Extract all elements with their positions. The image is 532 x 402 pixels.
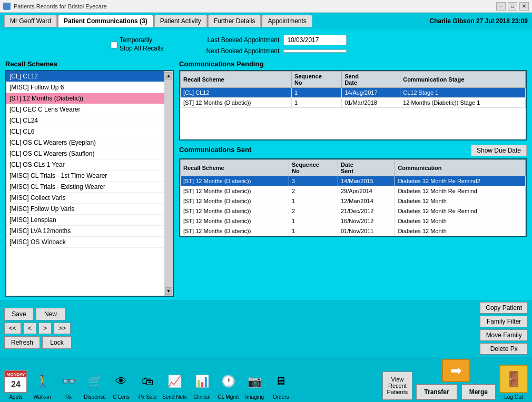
recall-list-item[interactable]: [MISC] Collect Varis: [6, 193, 164, 204]
icon-clinical[interactable]: 📊 Clinical: [190, 370, 213, 400]
copy-patient-button[interactable]: Copy Patient: [480, 302, 528, 314]
sent-comm: Diabetes 12 Month: [395, 216, 526, 226]
sent-table-row[interactable]: [ST] 12 Months (Diabetic)) 1 12/Mar/2014…: [181, 196, 526, 206]
stop-recalls-label2: Stop All Recalls: [120, 45, 163, 53]
recall-list-container: [CL] CL12[MISC] Follow Up 6[ST] 12 Month…: [5, 70, 174, 297]
recall-list-item[interactable]: [CL] CL12: [6, 71, 164, 82]
scroll-down-button[interactable]: ▼: [165, 287, 172, 295]
sent-table-row[interactable]: [ST] 12 Months (Diabetic)) 1 01/Nov/2011…: [181, 226, 526, 236]
pending-table-row[interactable]: [ST] 12 Months (Diabetic)) 1 01/Mar/2018…: [181, 98, 526, 108]
recall-list-item[interactable]: [CL] CL24: [6, 115, 164, 126]
icon-rx[interactable]: 👓 Rx: [57, 370, 80, 400]
recall-list-item[interactable]: [MISC] CL Trials - Existing Wearer: [6, 182, 164, 193]
icon-dispense[interactable]: 🛒 Dispense: [83, 370, 106, 400]
show-due-date-button[interactable]: Show Due Date: [471, 145, 527, 156]
pending-date: 01/Mar/2018: [342, 98, 400, 108]
icon-sendnote[interactable]: 📈 Send Note: [162, 370, 187, 400]
icon-walkin[interactable]: 🚶 Walk-in: [31, 370, 54, 400]
clinical-icon: 📊: [190, 370, 213, 393]
nav-prev-button[interactable]: <: [23, 323, 36, 334]
pending-date: 14/Aug/2017: [342, 88, 400, 98]
sent-table-row[interactable]: [ST] 12 Months (Diabetic)) 3 14/Mar/2015…: [181, 176, 526, 186]
comm-pending-table-container: Recall Scheme SequenceNo SendDate Commun…: [179, 70, 527, 140]
recall-list-item[interactable]: [MISC] CL Trials - 1st Time Wearer: [6, 170, 164, 182]
tab-bar: Mr Geoff Ward Patient Communications (3)…: [4, 15, 312, 27]
pending-stage: CL12 Stage 1: [400, 88, 526, 98]
sent-table-row[interactable]: [ST] 12 Months (Diabetic)) 2 29/Apr/2014…: [181, 186, 526, 196]
next-booked-value: [283, 49, 347, 53]
scroll-up-button[interactable]: ▲: [165, 72, 172, 79]
icon-orders[interactable]: 🖥 Orders: [269, 370, 292, 400]
nav-next-button[interactable]: >: [38, 323, 52, 334]
close-button[interactable]: ✕: [519, 2, 529, 11]
comm-sent-title: Communications Sent: [179, 146, 251, 154]
recall-list-item[interactable]: [MISC] OS Winback: [6, 237, 164, 248]
icon-toolbar: MONDAY 24 Appts 🚶 Walk-in 👓 Rx 🛒 Dispens…: [0, 357, 532, 402]
sent-table-row[interactable]: [ST] 12 Months (Diabetic)) 1 16/Nov/2012…: [181, 216, 526, 226]
tab-appointments[interactable]: Appointments: [262, 15, 312, 27]
main-container: Mr Geoff Ward Patient Communications (3)…: [0, 13, 532, 402]
recall-controls: Temporarily Stop All Recalls Last Booked…: [5, 33, 527, 57]
nav-first-button[interactable]: <<: [4, 323, 21, 334]
pending-seq: 1: [291, 98, 341, 108]
maximize-button[interactable]: □: [508, 2, 517, 11]
minimize-button[interactable]: ─: [496, 2, 506, 11]
comm-pending-table: Recall Scheme SequenceNo SendDate Commun…: [180, 71, 526, 108]
move-family-button[interactable]: Move Family: [480, 329, 528, 341]
sent-date: 29/Apr/2014: [338, 186, 395, 196]
stop-recalls-checkbox[interactable]: [111, 42, 117, 48]
recall-list-item[interactable]: [CL] CL6: [6, 126, 164, 137]
right-panel: Communications Pending Recall Scheme Seq…: [179, 60, 527, 297]
refresh-button[interactable]: Refresh: [4, 336, 40, 349]
icon-imaging[interactable]: 📷 Imaging: [243, 370, 266, 400]
tab-patient[interactable]: Mr Geoff Ward: [4, 15, 57, 27]
pending-table-row[interactable]: [CL] CL12 1 14/Aug/2017 CL12 Stage 1: [181, 88, 526, 98]
recall-list-item[interactable]: [CL] OS CL Wearers (Sauflon): [6, 148, 164, 159]
title-bar-title: Patients Records for Bristol Eyecare: [14, 3, 107, 9]
recall-list-item[interactable]: [CL] OS CLs 1 Year: [6, 159, 164, 170]
family-filter-button[interactable]: Family Filter: [480, 316, 528, 327]
recall-list-item[interactable]: [CL] OS CL Wearers (Eyeplan): [6, 137, 164, 148]
sent-table-row[interactable]: [ST] 12 Months (Diabetic)) 2 21/Dec/2012…: [181, 206, 526, 216]
transfer-button[interactable]: Transfer: [416, 384, 457, 400]
icon-pxsale[interactable]: 🛍 Px Sale: [136, 370, 159, 400]
nav-last-button[interactable]: >>: [54, 323, 71, 334]
logout-label: Log Out: [504, 394, 523, 400]
comm-sent-table: Recall Scheme SequenceNo DateSent Commun…: [180, 159, 526, 236]
imaging-label: Imaging: [245, 394, 264, 400]
icon-appts[interactable]: MONDAY 24 Appts: [4, 370, 27, 400]
icon-clmgmt[interactable]: 🕐 CL Mgmt: [216, 370, 240, 400]
cal-header: MONDAY: [5, 371, 26, 377]
last-booked-value: 10/03/2017: [283, 35, 347, 45]
tab-further[interactable]: Further Details: [208, 15, 261, 27]
transfer-arrow-icon: ➡: [442, 359, 470, 382]
recall-list-item[interactable]: [CL] CEC C Lens Wearer: [6, 104, 164, 115]
view-recent-button[interactable]: View Recent Patients: [382, 371, 413, 400]
tab-activity[interactable]: Patient Activity: [154, 15, 207, 27]
recall-list-item[interactable]: [MISC] LVA 12months: [6, 226, 164, 237]
sent-scheme: [ST] 12 Months (Diabetic)): [181, 186, 289, 196]
recall-list-item[interactable]: [MISC] Lensplan: [6, 215, 164, 226]
new-button[interactable]: New: [36, 308, 65, 320]
merge-button[interactable]: Merge: [461, 384, 496, 400]
recall-list-item[interactable]: [MISC] Follow Up 6: [6, 82, 164, 93]
save-button[interactable]: Save: [4, 308, 34, 320]
title-bar: Patients Records for Bristol Eyecare ─ □…: [0, 0, 532, 13]
recall-list-item[interactable]: [ST] 12 Months (Diabetic)): [6, 93, 164, 104]
dispense-icon: 🛒: [83, 370, 106, 393]
user-info: Charlie Gibson 27 Jul 2018 23:09: [429, 17, 528, 25]
sent-scheme: [ST] 12 Months (Diabetic)): [181, 226, 289, 236]
delete-px-button[interactable]: Delete Px: [480, 343, 528, 355]
sent-seq: 1: [289, 226, 338, 236]
col-comm-stage: Communication Stage: [400, 72, 526, 88]
imaging-icon: 📷: [243, 370, 266, 393]
lock-button[interactable]: Lock: [42, 336, 72, 349]
icon-logout[interactable]: 🚪 Log Out: [499, 365, 528, 400]
comm-pending-section: Communications Pending Recall Scheme Seq…: [179, 60, 527, 140]
stop-recalls-label1: Temporarily: [120, 36, 163, 45]
clmgmt-label: CL Mgmt: [218, 394, 239, 400]
tab-communications[interactable]: Patient Communications (3): [58, 15, 153, 27]
sent-seq: 1: [289, 216, 338, 226]
icon-clens[interactable]: 👁 C Lens: [110, 370, 133, 400]
recall-list-item[interactable]: [MISC] Follow Up Varis: [6, 204, 164, 215]
